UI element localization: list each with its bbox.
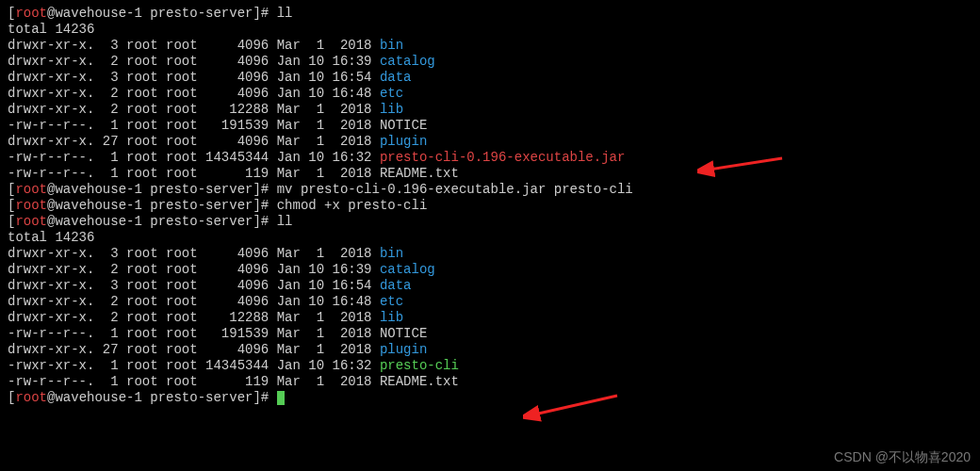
owner: root root [119, 150, 198, 165]
command: ll [277, 6, 293, 21]
size: 119 [198, 374, 270, 389]
file-row: -rw-r--r--. 1 root root 14345344 Jan 10 … [8, 150, 972, 166]
prompt-host: wavehouse-1 [55, 214, 141, 229]
file-row: drwxr-xr-x. 3 root root 4096 Mar 1 2018 … [8, 38, 972, 54]
date: Mar 1 2018 [269, 326, 380, 341]
filename: README.txt [380, 166, 459, 181]
date: Jan 10 16:39 [269, 262, 380, 277]
links: 1 [94, 358, 118, 373]
size: 4096 [198, 70, 270, 85]
command: ll [277, 214, 293, 229]
date: Mar 1 2018 [269, 38, 380, 53]
prompt-user: root [15, 182, 47, 197]
file-row: -rw-r--r--. 1 root root 119 Mar 1 2018 R… [8, 166, 972, 182]
links: 2 [94, 102, 118, 117]
size: 4096 [198, 262, 270, 277]
links: 3 [94, 38, 118, 53]
date: Jan 10 16:54 [269, 278, 380, 293]
size: 4096 [198, 38, 270, 53]
perms: drwxr-xr-x. [8, 38, 94, 53]
size: 4096 [198, 294, 270, 309]
total-line: total 14236 [8, 22, 972, 38]
owner: root root [119, 246, 198, 261]
prompt-user: root [15, 214, 47, 229]
filename: README.txt [380, 374, 459, 389]
owner: root root [119, 342, 198, 357]
prompt-host: wavehouse-1 [55, 198, 141, 213]
size: 14345344 [198, 150, 270, 165]
prompt-path: presto-server [142, 6, 253, 21]
links: 2 [94, 86, 118, 101]
owner: root root [119, 358, 198, 373]
file-row: drwxr-xr-x. 27 root root 4096 Mar 1 2018… [8, 134, 972, 150]
filename: catalog [380, 262, 435, 277]
perms: drwxr-xr-x. [8, 310, 94, 325]
filename: presto-cli-0.196-executable.jar [380, 150, 625, 165]
date: Mar 1 2018 [269, 374, 380, 389]
prompt-bracket: ]# [253, 182, 276, 197]
size: 4096 [198, 342, 270, 357]
perms: drwxr-xr-x. [8, 86, 94, 101]
file-row: drwxr-xr-x. 2 root root 4096 Jan 10 16:4… [8, 294, 972, 310]
prompt-path: presto-server [142, 390, 253, 405]
prompt-path: presto-server [142, 214, 253, 229]
filename: plugin [380, 342, 427, 357]
owner: root root [119, 374, 198, 389]
command-line: [root@wavehouse-1 presto-server]# ll [8, 214, 972, 230]
owner: root root [119, 70, 198, 85]
size: 4096 [198, 134, 270, 149]
links: 1 [94, 326, 118, 341]
date: Mar 1 2018 [269, 246, 380, 261]
watermark: CSDN @不以物喜2020 [834, 449, 971, 465]
prompt-user: root [15, 390, 47, 405]
perms: drwxr-xr-x. [8, 102, 94, 117]
perms: drwxr-xr-x. [8, 134, 94, 149]
size: 119 [198, 166, 270, 181]
command-line: [root@wavehouse-1 presto-server]# mv pre… [8, 182, 972, 198]
terminal[interactable]: [root@wavehouse-1 presto-server]# lltota… [8, 6, 972, 406]
perms: -rw-r--r--. [8, 326, 94, 341]
command: mv presto-cli-0.196-executable.jar prest… [277, 182, 633, 197]
owner: root root [119, 102, 198, 117]
filename: NOTICE [380, 118, 427, 133]
owner: root root [119, 54, 198, 69]
owner: root root [119, 310, 198, 325]
date: Mar 1 2018 [269, 166, 380, 181]
owner: root root [119, 166, 198, 181]
prompt-bracket: ]# [253, 390, 276, 405]
date: Mar 1 2018 [269, 310, 380, 325]
prompt-host: wavehouse-1 [55, 182, 141, 197]
size: 12288 [198, 102, 270, 117]
file-row: drwxr-xr-x. 3 root root 4096 Jan 10 16:5… [8, 278, 972, 294]
filename: lib [380, 310, 403, 325]
perms: drwxr-xr-x. [8, 70, 94, 85]
size: 191539 [198, 118, 270, 133]
file-row: drwxr-xr-x. 27 root root 4096 Mar 1 2018… [8, 342, 972, 358]
command-line[interactable]: [root@wavehouse-1 presto-server]# [8, 390, 972, 406]
owner: root root [119, 134, 198, 149]
perms: -rw-r--r--. [8, 166, 94, 181]
prompt-bracket: ]# [253, 214, 276, 229]
file-row: drwxr-xr-x. 2 root root 12288 Mar 1 2018… [8, 102, 972, 118]
date: Mar 1 2018 [269, 102, 380, 117]
prompt-path: presto-server [142, 182, 253, 197]
links: 2 [94, 294, 118, 309]
size: 4096 [198, 246, 270, 261]
filename: presto-cli [380, 358, 459, 373]
date: Jan 10 16:48 [269, 86, 380, 101]
links: 1 [94, 118, 118, 133]
total-line: total 14236 [8, 230, 972, 246]
filename: catalog [380, 54, 435, 69]
filename: etc [380, 86, 403, 101]
date: Jan 10 16:32 [269, 150, 380, 165]
date: Mar 1 2018 [269, 118, 380, 133]
owner: root root [119, 86, 198, 101]
perms: -rw-r--r--. [8, 118, 94, 133]
perms: drwxr-xr-x. [8, 278, 94, 293]
links: 2 [94, 54, 118, 69]
date: Jan 10 16:32 [269, 358, 380, 373]
prompt-user: root [15, 198, 47, 213]
file-row: -rw-r--r--. 1 root root 191539 Mar 1 201… [8, 326, 972, 342]
links: 3 [94, 278, 118, 293]
filename: bin [380, 246, 403, 261]
